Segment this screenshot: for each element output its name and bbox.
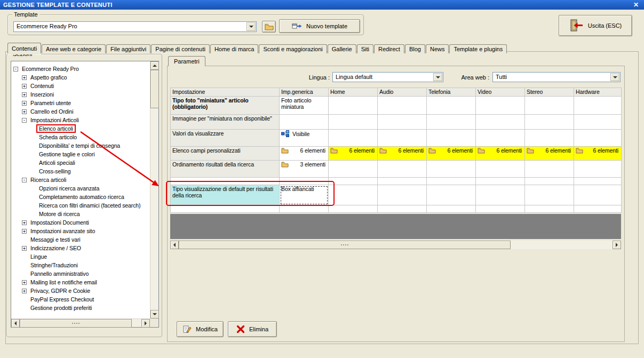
tree-item-aspetto-grafico[interactable]: +Aspetto grafico	[11, 73, 149, 82]
tree-item-contenuti[interactable]: +Contenuti	[11, 82, 149, 90]
scroll-right-icon[interactable]	[613, 241, 621, 249]
dropdown-arrow-icon[interactable]	[433, 73, 442, 81]
tree-item-mailing-list-e-notifiche-email[interactable]: +Mailing list e notifiche email	[11, 278, 149, 287]
site-value-cell[interactable]	[378, 97, 427, 115]
site-value-cell[interactable]: 6 elementi	[525, 147, 574, 161]
tab-pagine-di-contenuti[interactable]: Pagine di contenuti	[151, 44, 210, 53]
expand-icon[interactable]: +	[22, 220, 27, 225]
tree-item-privacy-gdpr-e-cookie[interactable]: +Privacy, GDPR e Cookie	[11, 287, 149, 295]
tree-item-pannello-amministrativo[interactable]: Pannello amministrativo	[11, 269, 149, 278]
setting-name-cell[interactable]: Tipo foto "miniatura" articolo (obbligat…	[171, 97, 280, 115]
tree-item-parametri-utente[interactable]: +Parametri utente	[11, 99, 149, 107]
tab-redirect[interactable]: Redirect	[374, 44, 404, 53]
tree-item-inserzioni[interactable]: +Inserzioni	[11, 90, 149, 99]
site-value-cell[interactable]	[476, 130, 525, 147]
vertical-scroll-thumb[interactable]	[150, 70, 159, 108]
generic-value-cell[interactable]: 3 elementi	[280, 161, 329, 178]
tab-contenuti[interactable]: Contenuti	[7, 43, 41, 53]
template-select[interactable]: Ecommerce Ready Pro	[13, 21, 257, 32]
site-value-cell[interactable]	[329, 185, 378, 205]
site-value-cell[interactable]	[574, 185, 622, 205]
tree-item-gestione-taglie-e-colori[interactable]: Gestione taglie e colori	[11, 150, 149, 158]
site-value-cell[interactable]	[378, 130, 427, 147]
tree-item-elenco-articoli[interactable]: Elenco articoli	[11, 124, 149, 133]
tab-home-di-marca[interactable]: Home di marca	[210, 44, 259, 53]
site-value-cell[interactable]	[476, 115, 525, 130]
table-row-valori-da-visualizzare[interactable]: Valori da visualizzareVisibile	[171, 130, 622, 147]
expand-icon[interactable]: +	[22, 246, 27, 251]
language-select[interactable]: Lingua default	[332, 72, 443, 82]
tree-item-ricerca-con-filtri-dinamici-faceted-search[interactable]: Ricerca con filtri dinamici (faceted sea…	[11, 201, 149, 210]
site-value-cell[interactable]	[574, 97, 622, 115]
setting-name-cell[interactable]: Elenco campi personalizzati	[171, 147, 280, 161]
site-value-cell[interactable]	[574, 130, 622, 147]
table-row-immagine-per-miniatura-non-disponibile[interactable]: Immagine per "miniatura non disponibile"	[171, 115, 622, 130]
site-value-cell[interactable]	[525, 185, 574, 205]
site-value-cell[interactable]: 6 elementi	[574, 147, 622, 161]
tab-gallerie[interactable]: Gallerie	[328, 44, 356, 53]
table-horizontal-scrollbar[interactable]	[170, 241, 621, 249]
site-value-cell[interactable]	[378, 115, 427, 130]
tree-horizontal-scrollbar[interactable]	[11, 319, 150, 327]
site-value-cell[interactable]	[329, 161, 378, 178]
dropdown-arrow-icon[interactable]	[610, 73, 619, 81]
collapse-icon[interactable]: -	[22, 118, 27, 123]
tree-item-ricerca-articoli[interactable]: -Ricerca articoli	[11, 176, 149, 184]
exit-button[interactable]: Uscita (ESC)	[559, 15, 632, 36]
table-row-elenco-campi-personalizzati[interactable]: Elenco campi personalizzati6 elementi6 e…	[171, 147, 622, 161]
site-value-cell[interactable]	[525, 115, 574, 130]
site-value-cell[interactable]: 6 elementi	[476, 147, 525, 161]
tree-item-motore-di-ricerca[interactable]: Motore di ricerca	[11, 210, 149, 218]
site-value-cell[interactable]	[476, 97, 525, 115]
site-value-cell[interactable]	[329, 130, 378, 147]
expand-icon[interactable]: +	[22, 101, 27, 106]
tree-item-cross-selling[interactable]: Cross-selling	[11, 167, 149, 176]
tree-item-impostazioni-avanzate-sito[interactable]: +Impostazioni avanzate sito	[11, 227, 149, 235]
expand-icon[interactable]: +	[22, 109, 27, 114]
tab-sconti-e-maggiorazioni[interactable]: Sconti e maggiorazioni	[259, 44, 327, 53]
generic-value-cell[interactable]	[280, 115, 329, 130]
collapse-icon[interactable]: -	[22, 178, 27, 182]
site-value-cell[interactable]	[329, 97, 378, 115]
tree-item-paypal-express-checkout[interactable]: PayPal Express Checkout	[11, 295, 149, 304]
tab-siti[interactable]: Siti	[357, 44, 373, 53]
site-value-cell[interactable]	[378, 185, 427, 205]
site-value-cell[interactable]	[525, 130, 574, 147]
tree-vertical-scrollbar[interactable]	[150, 61, 158, 319]
tab-template-e-plugins[interactable]: Template e plugins	[449, 44, 507, 53]
table-row-ordinamento-risultati-della-ricerca[interactable]: Ordinamento risultati della ricerca3 ele…	[171, 161, 622, 178]
expand-icon[interactable]: +	[22, 280, 27, 285]
dropdown-arrow-icon[interactable]	[247, 22, 256, 31]
site-value-cell[interactable]: 6 elementi	[427, 147, 476, 161]
tab-blog[interactable]: Blog	[405, 44, 425, 53]
tree-item-gestione-prodotti-preferiti[interactable]: Gestione prodotti preferiti	[11, 304, 149, 312]
site-value-cell[interactable]	[525, 161, 574, 178]
site-value-cell[interactable]	[378, 161, 427, 178]
generic-value-cell[interactable]: Visibile	[280, 130, 329, 147]
tree-item-carrello-ed-ordini[interactable]: +Carrello ed Ordini	[11, 107, 149, 116]
site-value-cell[interactable]	[427, 161, 476, 178]
scroll-up-icon[interactable]	[150, 61, 159, 70]
tree-item-ecommerce-ready-pro[interactable]: -Ecommerce Ready Pro	[11, 65, 149, 73]
setting-name-cell[interactable]: Tipo visualizzazione di default per risu…	[171, 185, 280, 205]
expand-icon[interactable]: +	[22, 92, 27, 97]
site-value-cell[interactable]	[427, 130, 476, 147]
generic-value-cell[interactable]: Foto articolo miniatura	[280, 97, 329, 115]
tab-aree-web-e-categorie[interactable]: Aree web e categorie	[42, 44, 106, 53]
scroll-left-icon[interactable]	[170, 241, 179, 249]
setting-name-cell[interactable]: Ordinamento risultati della ricerca	[171, 161, 280, 178]
tree-item-indicizzazione-seo[interactable]: +Indicizzazione / SEO	[11, 244, 149, 252]
horizontal-scroll-thumb[interactable]	[20, 319, 132, 328]
site-value-cell[interactable]: 6 elementi	[329, 147, 378, 161]
expand-icon[interactable]: +	[22, 229, 27, 234]
scroll-down-icon[interactable]	[150, 310, 159, 319]
site-value-cell[interactable]	[574, 115, 622, 130]
modify-button[interactable]: Modifica	[177, 321, 224, 337]
site-value-cell[interactable]: 6 elementi	[378, 147, 427, 161]
tree-item-stringhe-traduzioni[interactable]: Stringhe/Traduzioni	[11, 261, 149, 269]
tree-item-lingue[interactable]: Lingue	[11, 252, 149, 261]
scroll-left-icon[interactable]	[11, 319, 20, 328]
tree-item-impostazioni-documenti[interactable]: +Impostazioni Documenti	[11, 218, 149, 227]
tree-item-messaggi-e-testi-vari[interactable]: Messaggi e testi vari	[11, 235, 149, 244]
site-value-cell[interactable]	[427, 185, 476, 205]
